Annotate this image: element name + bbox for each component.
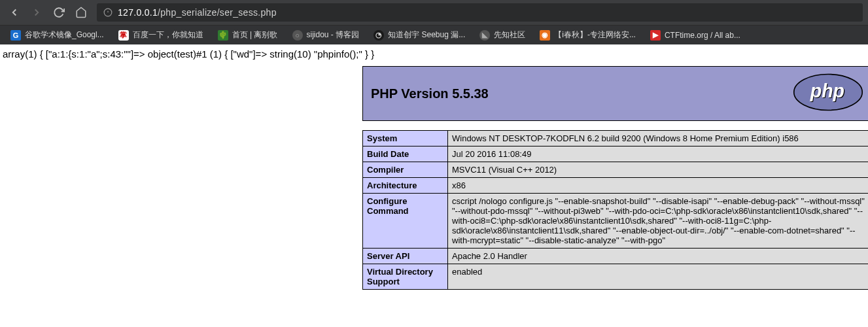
bookmark-item[interactable]: ◔知道创宇 Seebug 漏... (367, 27, 472, 43)
page-content: array(1) { ["a:1:{s:1:"a";s:43:""]=> obj… (0, 44, 868, 294)
phpinfo-table: SystemWindows NT DESKTOP-7KODFLN 6.2 bui… (362, 130, 868, 290)
table-row: Virtual Directory Supportenabled (363, 264, 869, 290)
bookmark-label: 【i春秋】-专注网络安... (554, 29, 636, 41)
phpinfo-value: MSVC11 (Visual C++ 2012) (448, 162, 869, 178)
table-row: SystemWindows NT DESKTOP-7KODFLN 6.2 bui… (363, 131, 869, 146)
reload-icon (53, 7, 65, 18)
url-text: 127.0.0.1/php_serialize/ser_sess.php (118, 7, 277, 18)
bookmark-favicon: ▶ (650, 30, 661, 41)
phpinfo-value: enabled (448, 264, 869, 290)
bookmark-item[interactable]: ○sijidou - 博客园 (286, 27, 366, 43)
bookmark-favicon: ◔ (373, 30, 384, 41)
browser-toolbar: 127.0.0.1/php_serialize/ser_sess.php (0, 0, 868, 25)
arrow-left-icon (9, 7, 20, 18)
bookmark-item[interactable]: 掌百度一下，你就知道 (112, 27, 210, 43)
back-button[interactable] (5, 3, 24, 22)
phpinfo-value: Windows NT DESKTOP-7KODFLN 6.2 build 920… (448, 131, 869, 146)
bookmark-label: 知道创宇 Seebug 漏... (388, 29, 465, 41)
bookmark-favicon: G (10, 30, 21, 41)
bookmark-label: 先知社区 (494, 29, 525, 41)
bookmark-favicon: ○ (292, 30, 303, 41)
reload-button[interactable] (50, 3, 68, 22)
phpinfo-key: System (363, 131, 448, 146)
home-button[interactable] (72, 3, 90, 22)
table-row: CompilerMSVC11 (Visual C++ 2012) (363, 162, 869, 178)
phpinfo-value: Jul 20 2016 11:08:49 (448, 146, 869, 162)
php-output-text: array(1) { ["a:1:{s:1:"a";s:43:""]=> obj… (3, 48, 865, 60)
bookmark-label: 百度一下，你就知道 (133, 29, 203, 41)
phpinfo-key: Compiler (363, 162, 448, 178)
url-host: 127.0.0.1 (118, 7, 158, 18)
home-icon (75, 7, 87, 18)
phpinfo-title: PHP Version 5.5.38 (371, 86, 489, 101)
phpinfo-key: Virtual Directory Support (363, 264, 448, 290)
bookmark-item[interactable]: ◉【i春秋】-专注网络安... (533, 27, 642, 43)
phpinfo-value: cscript /nologo configure.js "--enable-s… (448, 194, 869, 249)
bookmarks-bar: G谷歌学术镜像_Googl...掌百度一下，你就知道🌵首页 | 离别歌○siji… (0, 25, 868, 44)
bookmark-favicon: ◣ (479, 30, 490, 41)
forward-button[interactable] (27, 3, 46, 22)
bookmark-item[interactable]: G谷歌学术镜像_Googl... (4, 27, 111, 43)
bookmark-label: sijidou - 博客园 (307, 29, 360, 41)
bookmark-item[interactable]: ▶CTFtime.org / All ab... (644, 27, 747, 43)
phpinfo-key: Configure Command (363, 194, 448, 249)
phpinfo-key: Build Date (363, 146, 448, 162)
bookmark-item[interactable]: 🌵首页 | 离别歌 (211, 27, 285, 43)
bookmark-favicon: 🌵 (218, 30, 228, 41)
phpinfo-value: x86 (448, 178, 869, 194)
bookmark-favicon: 掌 (118, 30, 129, 41)
bookmark-item[interactable]: ◣先知社区 (473, 27, 532, 43)
bookmark-label: CTFtime.org / All ab... (665, 31, 740, 40)
url-path: /php_serialize/ser_sess.php (158, 7, 277, 18)
phpinfo-panel: PHP Version 5.5.38 php php SystemWindows… (362, 66, 868, 290)
phpinfo-value: Apache 2.0 Handler (448, 249, 869, 264)
bookmark-favicon: ◉ (540, 30, 550, 41)
svg-text:php: php (810, 80, 844, 101)
table-row: Server APIApache 2.0 Handler (363, 249, 869, 264)
table-row: Build DateJul 20 2016 11:08:49 (363, 146, 869, 162)
address-bar[interactable]: 127.0.0.1/php_serialize/ser_sess.php (97, 3, 863, 22)
phpinfo-key: Architecture (363, 178, 448, 194)
phpinfo-header: PHP Version 5.5.38 php php (362, 66, 868, 121)
php-logo: php php (792, 72, 864, 115)
bookmark-label: 首页 | 离别歌 (232, 29, 278, 41)
arrow-right-icon (31, 7, 43, 18)
table-row: Architecturex86 (363, 178, 869, 194)
table-row: Configure Commandcscript /nologo configu… (363, 194, 869, 249)
phpinfo-key: Server API (363, 249, 448, 264)
bookmark-label: 谷歌学术镜像_Googl... (25, 29, 104, 41)
site-info-icon[interactable] (103, 8, 113, 17)
